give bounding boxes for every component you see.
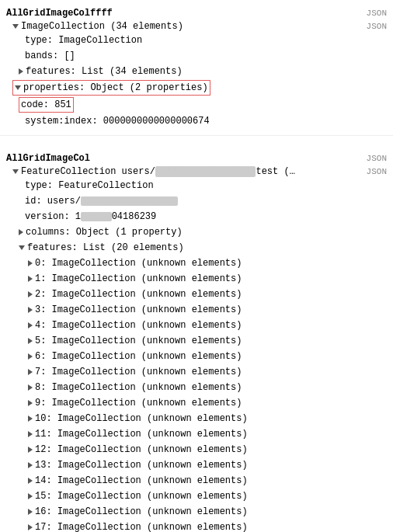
panel1-row-properties: properties: Object (2 properties) <box>0 79 393 96</box>
item11-toggle[interactable] <box>28 431 33 437</box>
panel1-row-bands: bands: [] <box>0 48 393 64</box>
panel1-row-features: features: List (34 elements) <box>0 64 393 79</box>
item4-toggle[interactable] <box>28 322 33 329</box>
feature-item-6: 6: ImageCollection (unknown elements) <box>0 349 393 364</box>
features-toggle[interactable] <box>19 68 23 75</box>
panel1-header: AllGridImageColffff JSON <box>0 6 393 20</box>
item12-toggle[interactable] <box>28 447 33 453</box>
feature-item-15: 15: ImageCollection (unknown elements) <box>0 489 393 504</box>
item16-toggle[interactable] <box>28 509 33 515</box>
panel-1: AllGridImageColffff JSON ImageCollection… <box>0 0 393 136</box>
panel2-row-type: type: FeatureCollection <box>0 178 393 193</box>
feature-item-4: 4: ImageCollection (unknown elements) <box>0 318 393 333</box>
panel1-title: AllGridImageColffff <box>6 8 113 19</box>
item3-toggle[interactable] <box>28 307 33 313</box>
feature-item-8: 8: ImageCollection (unknown elements) <box>0 380 393 395</box>
item9-toggle[interactable] <box>28 400 33 406</box>
item0-toggle[interactable] <box>28 260 33 266</box>
panel2-sub-json-label[interactable]: JSON <box>367 167 387 176</box>
panel2-row-features: features: List (20 elements) <box>0 240 393 256</box>
item17-toggle[interactable] <box>28 524 33 530</box>
spacer-1 <box>0 136 393 145</box>
panel2-row-id: id: users/XXXXXXXXXXXXXXXXXXX <box>0 193 393 209</box>
item15-toggle[interactable] <box>28 493 33 499</box>
panel2-subtitle: FeatureCollection users/XXXXXXXXXXXXXXXX… <box>12 166 295 177</box>
panel2-title: AllGridImageCol <box>6 153 90 164</box>
item14-toggle[interactable] <box>28 478 33 484</box>
feature-item-11: 11: ImageCollection (unknown elements) <box>0 426 393 442</box>
item5-toggle[interactable] <box>28 338 33 344</box>
panel1-row-sysindex: system:index: 0000000000000000674 <box>0 113 393 129</box>
panel2-header: AllGridImageCol JSON <box>0 151 393 165</box>
columns-toggle[interactable] <box>19 229 23 235</box>
feature-item-2: 2: ImageCollection (unknown elements) <box>0 287 393 302</box>
feature-item-3: 3: ImageCollection (unknown elements) <box>0 302 393 318</box>
panel2-sub-header: FeatureCollection users/XXXXXXXXXXXXXXXX… <box>0 165 393 178</box>
feature-item-7: 7: ImageCollection (unknown elements) <box>0 364 393 380</box>
feature-item-10: 10: ImageCollection (unknown elements) <box>0 411 393 426</box>
properties-toggle[interactable] <box>15 85 21 90</box>
item13-toggle[interactable] <box>28 462 33 468</box>
feature-item-5: 5: ImageCollection (unknown elements) <box>0 333 393 349</box>
panel1-sub-header: ImageCollection (34 elements) JSON <box>0 20 393 33</box>
panel1-row-type: type: ImageCollection <box>0 33 393 48</box>
item10-toggle[interactable] <box>28 416 33 422</box>
feature-item-0: 0: ImageCollection (unknown elements) <box>0 256 393 271</box>
feature-item-12: 12: ImageCollection (unknown elements) <box>0 442 393 457</box>
panel1-subtitle: ImageCollection (34 elements) <box>12 21 183 32</box>
feature-item-14: 14: ImageCollection (unknown elements) <box>0 473 393 489</box>
panel2-json-label[interactable]: JSON <box>367 154 387 163</box>
panel1-json-label[interactable]: JSON <box>367 9 387 18</box>
item1-toggle[interactable] <box>28 276 33 282</box>
feature-item-17: 17: ImageCollection (unknown elements) <box>0 520 393 532</box>
item2-toggle[interactable] <box>28 291 33 297</box>
panel1-row-code: code: 851 <box>0 96 393 113</box>
feature-item-9: 9: ImageCollection (unknown elements) <box>0 395 393 411</box>
panel2-row-version: version: 1XXXXXX04186239 <box>0 209 393 224</box>
panel2-toggle[interactable] <box>12 169 19 174</box>
panel2-row-columns: columns: Object (1 property) <box>0 224 393 240</box>
panel1-sub-json-label[interactable]: JSON <box>367 22 387 31</box>
panel-2: AllGridImageCol JSON FeatureCollection u… <box>0 145 393 532</box>
features2-toggle[interactable] <box>19 245 25 250</box>
feature-item-1: 1: ImageCollection (unknown elements) <box>0 271 393 287</box>
feature-item-16: 16: ImageCollection (unknown elements) <box>0 504 393 520</box>
panel1-toggle[interactable] <box>12 24 19 29</box>
feature-item-13: 13: ImageCollection (unknown elements) <box>0 457 393 473</box>
item7-toggle[interactable] <box>28 369 33 375</box>
item6-toggle[interactable] <box>28 353 33 360</box>
item8-toggle[interactable] <box>28 384 33 391</box>
